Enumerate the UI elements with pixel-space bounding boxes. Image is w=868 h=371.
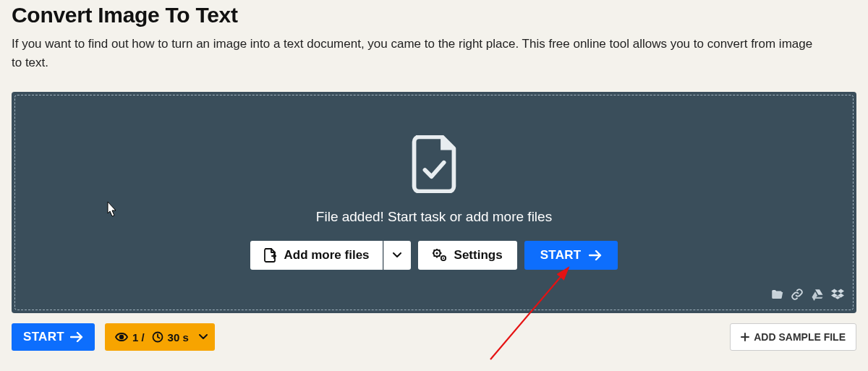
- svg-rect-2: [436, 249, 438, 250]
- add-more-files-dropdown[interactable]: [383, 241, 411, 270]
- arrow-right-icon: [70, 332, 83, 342]
- settings-button[interactable]: Settings: [418, 241, 517, 270]
- plus-icon: [741, 333, 749, 341]
- dropzone-button-row: Add more files: [250, 241, 617, 270]
- queue-status[interactable]: 1 / 30 s: [105, 323, 215, 351]
- dropbox-icon[interactable]: [831, 288, 844, 304]
- svg-rect-4: [433, 252, 434, 254]
- svg-point-1: [435, 252, 438, 255]
- queue-count: 1 /: [132, 331, 145, 344]
- page-title: Convert Image To Text: [12, 3, 856, 27]
- settings-label: Settings: [454, 248, 503, 263]
- add-more-files-label: Add more files: [284, 248, 369, 263]
- source-icons: [770, 288, 844, 304]
- svg-point-11: [443, 257, 444, 259]
- bottom-start-label: START: [23, 330, 64, 344]
- chevron-down-icon: [393, 252, 401, 258]
- add-sample-file-button[interactable]: ADD SAMPLE FILE: [730, 323, 856, 351]
- google-drive-icon[interactable]: [811, 288, 824, 304]
- arrow-right-icon: [589, 250, 602, 260]
- clock-icon: [152, 331, 163, 343]
- add-sample-file-label: ADD SAMPLE FILE: [754, 331, 846, 343]
- svg-rect-5: [440, 252, 441, 254]
- gears-icon: [433, 249, 447, 262]
- chevron-down-icon: [199, 334, 208, 340]
- file-plus-icon: [263, 248, 276, 263]
- folder-icon[interactable]: [770, 288, 783, 304]
- document-check-icon: [409, 135, 459, 209]
- add-more-files-button[interactable]: Add more files: [250, 241, 382, 270]
- eye-icon: [115, 333, 128, 341]
- bottom-start-button[interactable]: START: [12, 323, 95, 351]
- svg-rect-3: [436, 256, 438, 257]
- dropzone-status: File added! Start task or add more files: [316, 209, 552, 225]
- dropzone-container: File added! Start task or add more files…: [12, 92, 856, 313]
- link-icon[interactable]: [791, 288, 804, 304]
- dropzone[interactable]: File added! Start task or add more files…: [14, 95, 854, 310]
- svg-point-12: [120, 336, 124, 339]
- start-label: START: [540, 248, 582, 263]
- bottom-bar: START 1 / 30 s ADD SAMPLE FILE: [12, 323, 856, 351]
- start-button[interactable]: START: [524, 241, 618, 270]
- page-intro: If you want to find out how to turn an i…: [12, 35, 822, 72]
- queue-timer: 30 s: [168, 331, 189, 344]
